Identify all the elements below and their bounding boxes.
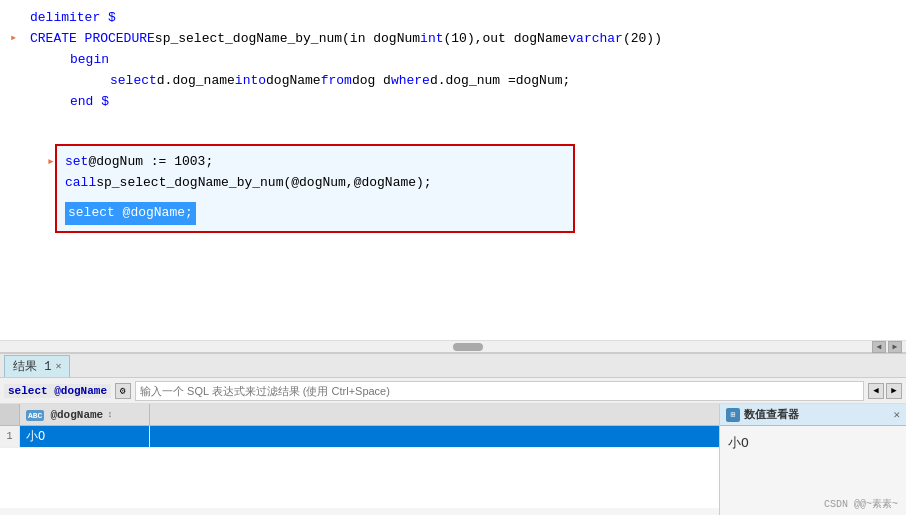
keyword-set: set bbox=[65, 152, 88, 173]
keyword-create: CREATE PROCEDURE bbox=[30, 29, 155, 50]
keyword-delimiter: delimiter $ bbox=[30, 8, 116, 29]
sort-icon[interactable]: ↕ bbox=[107, 410, 112, 420]
viewer-icon: ⊞ bbox=[726, 408, 740, 422]
viewer-title: 数值查看器 bbox=[744, 407, 799, 422]
keyword-call: call bbox=[65, 173, 96, 194]
code-line-end: end $ bbox=[30, 92, 906, 113]
scroll-left-arrow[interactable]: ◀ bbox=[872, 341, 886, 353]
code-line-delimiter: delimiter $ bbox=[30, 8, 906, 29]
keyword-varchar: varchar bbox=[568, 29, 623, 50]
scroll-right-arrow[interactable]: ▶ bbox=[888, 341, 902, 353]
code-line-select: select d.dog_name into dogName from dog … bbox=[30, 71, 906, 92]
row-num-header bbox=[0, 404, 20, 425]
data-grid[interactable]: ABC @dogName ↕ 1 小O bbox=[0, 404, 720, 515]
tab-bar: 结果 1 ✕ bbox=[0, 354, 906, 378]
tab-close-button[interactable]: ✕ bbox=[55, 360, 61, 372]
col-header-dogname[interactable]: ABC @dogName ↕ bbox=[20, 404, 150, 426]
nav-prev-button[interactable]: ◀ bbox=[868, 383, 884, 399]
proc-name: sp_select_dogName_by_num(in dogNum bbox=[155, 29, 420, 50]
nav-next-button[interactable]: ▶ bbox=[886, 383, 902, 399]
row-number: 1 bbox=[0, 426, 20, 447]
keyword-select-white: select bbox=[68, 205, 123, 220]
keyword-select: select bbox=[110, 71, 157, 92]
keyword-int: int bbox=[420, 29, 443, 50]
keyword-begin: begin bbox=[70, 50, 109, 71]
selected-select-line: select @dogName; bbox=[65, 202, 196, 225]
scrollbar-thumb[interactable] bbox=[453, 343, 483, 351]
scroll-arrows[interactable]: ◀ ▶ bbox=[872, 341, 902, 353]
code-editor[interactable]: delimiter $ ▸ CREATE PROCEDURE sp_select… bbox=[0, 0, 906, 340]
set-indicator: ▸ bbox=[47, 152, 55, 173]
code-line-create: ▸ CREATE PROCEDURE sp_select_dogName_by_… bbox=[30, 29, 906, 50]
keyword-from: from bbox=[321, 71, 352, 92]
filter-icon[interactable]: ⚙ bbox=[115, 383, 131, 399]
selection-region[interactable]: ▸ set @dogNum := 1003; call sp_select_do… bbox=[55, 144, 575, 233]
data-grid-area: ABC @dogName ↕ 1 小O ⊞ 数值查看器 ✕ 小O bbox=[0, 404, 906, 515]
empty-rows bbox=[0, 448, 719, 508]
viewer-value: 小O bbox=[720, 426, 906, 460]
filter-nav: ◀ ▶ bbox=[868, 383, 902, 399]
filter-input[interactable] bbox=[135, 381, 864, 401]
result-tab[interactable]: 结果 1 ✕ bbox=[4, 355, 70, 377]
code-line-set: ▸ set @dogNum := 1003; bbox=[65, 152, 565, 173]
bottom-panel: 结果 1 ✕ select @dogName ⚙ ◀ ▶ ABC @dogNam… bbox=[0, 352, 906, 515]
viewer-close-button[interactable]: ✕ bbox=[893, 408, 900, 421]
keyword-into: into bbox=[235, 71, 266, 92]
horizontal-scrollbar[interactable]: ◀ ▶ bbox=[0, 340, 906, 352]
cell-dogname[interactable]: 小O bbox=[20, 426, 150, 447]
grid-row[interactable]: 1 小O bbox=[0, 426, 719, 448]
code-line-select-dog: select @dogName; bbox=[65, 202, 565, 225]
keyword-where: where bbox=[391, 71, 430, 92]
line-indicator: ▸ bbox=[10, 29, 17, 48]
blank-line-2 bbox=[65, 194, 565, 202]
code-line-call: call sp_select_dogName_by_num(@dogNum,@d… bbox=[65, 173, 565, 194]
keyword-end: end $ bbox=[70, 92, 109, 113]
value-viewer-panel: ⊞ 数值查看器 ✕ 小O CSDN @@~素素~ bbox=[720, 404, 906, 515]
code-line-begin: begin bbox=[30, 50, 906, 71]
abc-icon: ABC bbox=[26, 410, 44, 421]
grid-header: ABC @dogName ↕ bbox=[0, 404, 719, 426]
filter-bar: select @dogName ⚙ ◀ ▶ bbox=[0, 378, 906, 404]
col-header-label: @dogName bbox=[50, 409, 103, 421]
grid-body: 1 小O bbox=[0, 426, 719, 508]
viewer-header: ⊞ 数值查看器 ✕ bbox=[720, 404, 906, 426]
blank-line bbox=[30, 113, 906, 134]
viewer-footer: CSDN @@~素素~ bbox=[720, 493, 906, 515]
tab-label: 结果 1 bbox=[13, 358, 51, 375]
filter-label: select @dogName bbox=[4, 384, 111, 398]
